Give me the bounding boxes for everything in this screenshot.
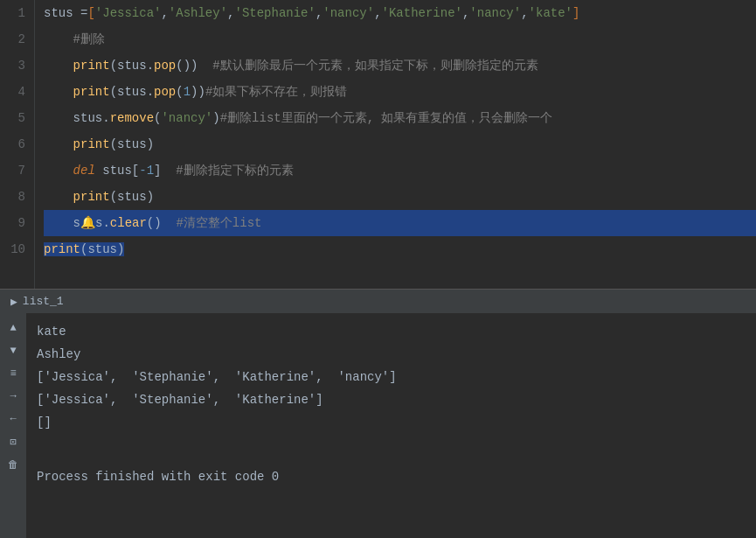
output-line-5: [] xyxy=(37,411,746,434)
next-button[interactable]: → xyxy=(3,387,23,406)
line-num-1: 1 xyxy=(7,0,25,26)
output-line-1: kate xyxy=(37,320,746,343)
output-line-2: Ashley xyxy=(37,343,746,366)
line-num-2: 2 xyxy=(7,26,25,52)
code-line-8: print(stus) xyxy=(44,184,756,210)
line-num-5: 5 xyxy=(7,105,25,131)
line-num-10: 10 xyxy=(7,236,25,262)
code-line-2: #删除 xyxy=(44,26,756,52)
line-num-4: 4 xyxy=(7,79,25,105)
line-numbers: 1 2 3 4 5 6 7 8 9 10 xyxy=(0,0,35,289)
output-sidebar: ▲ ▼ ≡ → ← ⊡ 🗑 xyxy=(0,313,26,538)
scroll-down-button[interactable]: ▼ xyxy=(3,341,23,360)
filter-button[interactable]: ≡ xyxy=(3,364,23,383)
scroll-up-button[interactable]: ▲ xyxy=(3,318,23,338)
code-line-7: del stus[-1] #删除指定下标的元素 xyxy=(44,157,756,184)
line-num-9: 9 xyxy=(7,210,25,236)
code-lines[interactable]: stus =['Jessica','Ashley','Stephanie','n… xyxy=(35,0,756,289)
output-line-4: ['Jessica', 'Stephanie', 'Katherine'] xyxy=(37,388,746,411)
code-editor: 1 2 3 4 5 6 7 8 9 10 stus =['Jessica','A… xyxy=(0,0,756,289)
clear-output-button[interactable]: 🗑 xyxy=(3,455,23,474)
code-line-6: print(stus) xyxy=(44,131,756,157)
code-line-3: print(stus.pop()) #默认删除最后一个元素，如果指定下标，则删除… xyxy=(44,52,756,79)
line-num-7: 7 xyxy=(7,157,25,184)
code-line-9: s🔔s.clear() #清空整个list xyxy=(44,210,756,236)
line-num-6: 6 xyxy=(7,131,25,157)
line-num-8: 8 xyxy=(7,184,25,210)
output-tab-bar: ▶ list_1 xyxy=(0,289,756,313)
line-num-3: 3 xyxy=(7,52,25,79)
output-line-process: Process finished with exit code 0 xyxy=(37,465,746,488)
code-line-5: stus.remove('nancy')#删除list里面的一个元素, 如果有重… xyxy=(44,105,756,131)
output-line-blank xyxy=(37,434,746,457)
prev-button[interactable]: ← xyxy=(3,409,23,429)
code-line-10: print(stus) xyxy=(44,236,756,262)
code-line-1: stus =['Jessica','Ashley','Stephanie','n… xyxy=(44,0,756,26)
output-area: ▲ ▼ ≡ → ← ⊡ 🗑 kate Ashley ['Jessica', 'S… xyxy=(0,313,756,538)
output-content: kate Ashley ['Jessica', 'Stephanie', 'Ka… xyxy=(26,313,756,538)
code-line-4: print(stus.pop(1))#如果下标不存在，则报错 xyxy=(44,79,756,105)
output-line-3: ['Jessica', 'Stephanie', 'Katherine', 'n… xyxy=(37,366,746,388)
wrap-button[interactable]: ⊡ xyxy=(3,432,23,451)
run-icon: ▶ xyxy=(10,295,17,309)
tab-label[interactable]: list_1 xyxy=(23,295,64,308)
